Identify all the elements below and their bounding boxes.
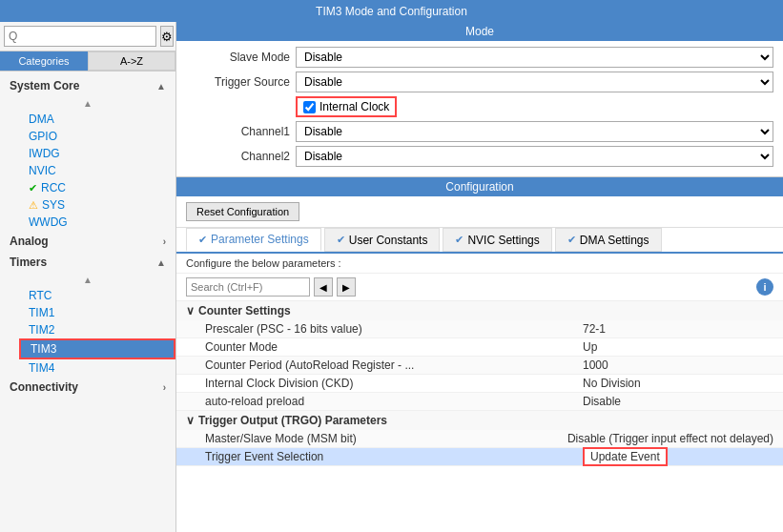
- channel2-row: Channel2 Disable: [186, 146, 773, 167]
- channel1-label: Channel1: [186, 125, 296, 138]
- clock-division-name: Internal Clock Division (CKD): [205, 377, 583, 390]
- sidebar-item-dma[interactable]: DMA: [19, 111, 175, 128]
- analog-label: Analog: [10, 235, 49, 248]
- slave-mode-row: Slave Mode Disable: [186, 47, 773, 68]
- channel2-select[interactable]: Disable: [296, 146, 773, 167]
- config-header: Configuration: [176, 177, 783, 196]
- user-tab-label: User Constants: [349, 234, 428, 247]
- sidebar-item-tim4[interactable]: TIM4: [19, 359, 175, 377]
- sidebar-item-iwdg[interactable]: IWDG: [19, 145, 175, 162]
- next-nav-button[interactable]: ▶: [337, 277, 356, 297]
- slave-mode-label: Slave Mode: [186, 51, 296, 64]
- chevron-right-icon: ›: [163, 236, 166, 247]
- sys-label: SYS: [42, 198, 65, 212]
- system-core-items: DMA GPIO IWDG NVIC ✔ RCC ⚠ SYS WWDG: [0, 111, 175, 231]
- sidebar-item-gpio[interactable]: GPIO: [19, 128, 175, 145]
- msm-name: Master/Slave Mode (MSM bit): [205, 432, 567, 445]
- tab-atoz[interactable]: A->Z: [88, 51, 175, 71]
- trgo-expand-icon: ∨: [186, 414, 195, 427]
- category-timers[interactable]: Timers ▲: [0, 252, 175, 273]
- sidebar-content: System Core ▲ ▲ DMA GPIO IWDG NVIC ✔ RCC…: [0, 72, 175, 532]
- sidebar-item-tim3[interactable]: TIM3: [19, 338, 175, 359]
- app-container: TIM3 Mode and Configuration ⚙ Categories…: [0, 0, 783, 532]
- internal-clock-row: Internal Clock: [296, 96, 773, 117]
- sidebar-item-tim1[interactable]: TIM1: [19, 304, 175, 321]
- warn-icon: ⚠: [29, 199, 38, 212]
- connectivity-label: Connectivity: [10, 380, 78, 394]
- reset-config-button[interactable]: Reset Configuration: [186, 202, 299, 221]
- timers-items: RTC TIM1 TIM2 TIM3 TIM4: [0, 287, 175, 377]
- tab-categories[interactable]: Categories: [0, 51, 88, 71]
- gpio-label: GPIO: [29, 130, 57, 143]
- internal-clock-highlight-box: Internal Clock: [296, 96, 397, 117]
- counter-mode-name: Counter Mode: [205, 340, 583, 354]
- prev-nav-button[interactable]: ◀: [314, 277, 333, 297]
- channel2-label: Channel2: [186, 150, 296, 163]
- clock-division-value: No Division: [583, 377, 773, 390]
- counter-group-label: Counter Settings: [198, 304, 291, 317]
- sidebar-tabs: Categories A->Z: [0, 51, 175, 72]
- tim1-label: TIM1: [29, 306, 54, 319]
- tab-parameter-settings[interactable]: ✔ Parameter Settings: [186, 228, 321, 252]
- expand-icon: ∨: [186, 304, 195, 317]
- param-prescaler: Prescaler (PSC - 16 bits value) 72-1: [176, 320, 783, 338]
- dma-label: DMA: [29, 113, 54, 126]
- counter-period-value: 1000: [583, 358, 773, 372]
- wwdg-label: WWDG: [29, 215, 68, 229]
- internal-clock-label: Internal Clock: [319, 100, 389, 113]
- channel1-row: Channel1 Disable: [186, 121, 773, 142]
- config-tabs: ✔ Parameter Settings ✔ User Constants ✔ …: [176, 228, 783, 254]
- timers-label: Timers: [10, 256, 47, 269]
- sidebar-item-nvic[interactable]: NVIC: [19, 162, 175, 179]
- param-trigger-event: Trigger Event Selection Update Event: [176, 448, 783, 466]
- tab-nvic-settings[interactable]: ✔ NVIC Settings: [443, 228, 551, 252]
- sidebar-item-rcc[interactable]: ✔ RCC: [19, 179, 175, 196]
- tab-user-constants[interactable]: ✔ User Constants: [324, 228, 441, 252]
- trigger-event-value: Update Event: [583, 450, 773, 463]
- trgo-header: ∨ Trigger Output (TRGO) Parameters: [176, 411, 783, 430]
- sidebar-item-sys[interactable]: ⚠ SYS: [19, 196, 175, 214]
- param-autoreload: auto-reload preload Disable: [176, 393, 783, 411]
- nvic-tab-icon: ✔: [455, 234, 464, 246]
- sidebar-item-rtc[interactable]: RTC: [19, 287, 175, 304]
- internal-clock-checkbox[interactable]: [303, 101, 316, 113]
- counter-mode-value: Up: [583, 340, 773, 354]
- check-icon: ✔: [29, 182, 37, 194]
- sidebar-item-tim2[interactable]: TIM2: [19, 321, 175, 338]
- config-toolbar: Reset Configuration: [176, 196, 783, 228]
- rcc-label: RCC: [41, 181, 66, 194]
- category-connectivity[interactable]: Connectivity ›: [0, 377, 175, 398]
- nvic-label: NVIC: [29, 164, 56, 177]
- tab-dma-settings[interactable]: ✔ DMA Settings: [555, 228, 662, 252]
- dma-tab-icon: ✔: [567, 234, 576, 246]
- search-input[interactable]: [4, 26, 156, 47]
- info-icon: i: [756, 278, 773, 296]
- param-counter-period: Counter Period (AutoReload Register - ..…: [176, 357, 783, 375]
- gear-button[interactable]: ⚙: [160, 26, 174, 47]
- channel1-select[interactable]: Disable: [296, 121, 773, 142]
- param-tab-label: Parameter Settings: [211, 233, 309, 246]
- param-clock-division: Internal Clock Division (CKD) No Divisio…: [176, 375, 783, 393]
- search-bar: ⚙: [0, 22, 175, 51]
- prescaler-value: 72-1: [583, 322, 773, 336]
- sort-icon: ▲: [0, 96, 175, 111]
- params-area: Configure the below parameters : ◀ ▶ i ∨…: [176, 254, 783, 532]
- autoreload-value: Disable: [583, 395, 773, 408]
- category-analog[interactable]: Analog ›: [0, 231, 175, 252]
- counter-period-name: Counter Period (AutoReload Register - ..…: [205, 358, 583, 372]
- category-system-core[interactable]: System Core ▲: [0, 75, 175, 96]
- sidebar-item-wwdg[interactable]: WWDG: [19, 214, 175, 231]
- param-tab-icon: ✔: [198, 234, 207, 246]
- trigger-source-select[interactable]: Disable: [296, 72, 773, 92]
- nvic-tab-label: NVIC Settings: [467, 234, 539, 247]
- params-search-input[interactable]: [186, 277, 310, 297]
- title-text: TIM3 Mode and Configuration: [316, 5, 467, 18]
- trgo-group-label: Trigger Output (TRGO) Parameters: [198, 414, 387, 427]
- slave-mode-select[interactable]: Disable: [296, 47, 773, 68]
- param-msm: Master/Slave Mode (MSM bit) Disable (Tri…: [176, 430, 783, 448]
- category-label: System Core: [10, 79, 79, 92]
- trigger-source-label: Trigger Source: [186, 75, 296, 89]
- autoreload-name: auto-reload preload: [205, 395, 583, 408]
- sort-icon-2: ▲: [0, 273, 175, 287]
- tim4-label: TIM4: [29, 361, 54, 375]
